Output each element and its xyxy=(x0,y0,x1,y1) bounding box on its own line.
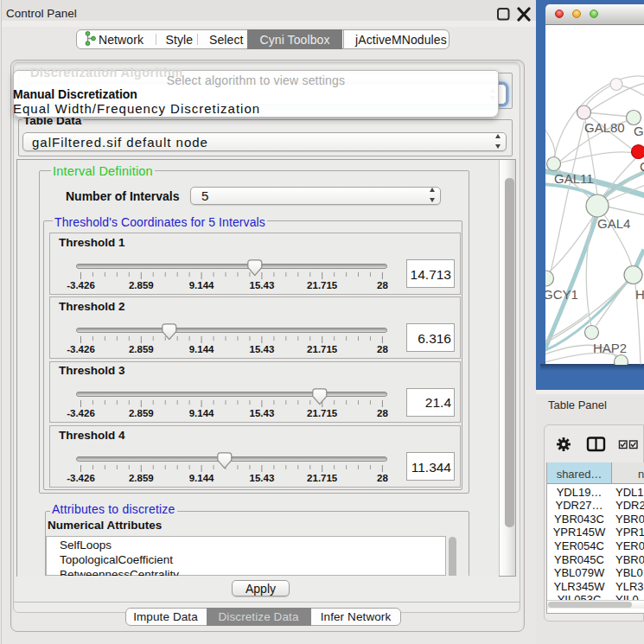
svg-text:GAL11: GAL11 xyxy=(554,170,594,185)
svg-text:G: G xyxy=(640,158,644,173)
svg-text:HAP2: HAP2 xyxy=(593,340,627,354)
svg-text:GCY1: GCY1 xyxy=(545,286,578,301)
svg-text:GA: GA xyxy=(634,123,644,137)
svg-text:GAL4: GAL4 xyxy=(597,215,630,230)
svg-text:GAL80: GAL80 xyxy=(584,119,625,134)
svg-text:HI: HI xyxy=(635,286,644,301)
